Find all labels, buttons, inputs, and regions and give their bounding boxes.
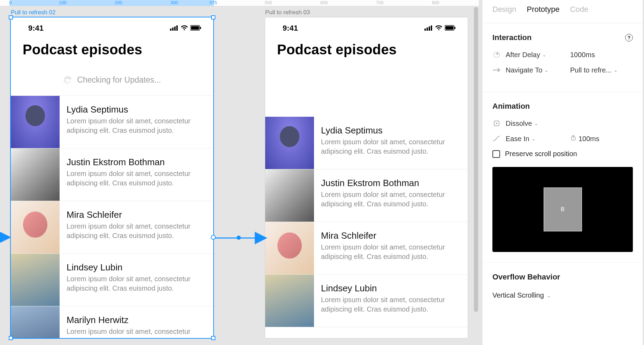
svg-rect-21 (429, 26, 430, 31)
tab-design[interactable]: Design (492, 5, 516, 14)
svg-line-12 (64, 81, 66, 82)
panel-tabs: Design Prototype Code (483, 0, 643, 23)
list-item[interactable]: Justin Ekstrom BothmanLorem ipsum dolor … (265, 169, 468, 222)
avatar (11, 201, 60, 253)
episode-description: Lorem ipsum dolor sit amet, consectetur … (67, 274, 206, 293)
action-value[interactable]: Pull to refre... (570, 66, 612, 74)
connection-midpoint-handle[interactable] (237, 236, 241, 240)
episode-author: Marilyn Herwitz (67, 315, 206, 325)
trigger-value[interactable]: 1000ms (570, 51, 633, 59)
list-item-text: Mira SchleiferLorem ipsum dolor sit amet… (314, 222, 467, 274)
refresh-status-text: Checking for Updates... (77, 75, 161, 85)
svg-rect-2 (174, 26, 176, 31)
episode-description: Lorem ipsum dolor sit amet, consectetur … (321, 137, 460, 156)
ruler-tick: 500 (264, 0, 272, 5)
list-item-text: Marilyn HerwitzLorem ipsum dolor sit ame… (60, 306, 213, 338)
checkbox-unchecked[interactable] (492, 150, 500, 158)
wifi-icon (181, 24, 188, 33)
trigger-row[interactable]: After Delay ⌄ 1000ms (492, 51, 633, 59)
interaction-section: Interaction ? After Delay ⌄ 1000ms Navig… (483, 23, 643, 92)
episode-author: Lydia Septimus (67, 104, 206, 115)
ease-curve-icon (492, 135, 501, 143)
frame-label[interactable]: Pull to refresh 02 (11, 9, 56, 16)
avatar (265, 222, 314, 274)
frame[interactable]: 9:41Podcast episodesLydia SeptimusLorem … (265, 17, 468, 338)
interaction-title: Interaction (492, 33, 531, 42)
list-item[interactable]: Mira SchleiferLorem ipsum dolor sit amet… (265, 222, 468, 275)
list-item[interactable]: Lydia SeptimusLorem ipsum dolor sit amet… (11, 96, 213, 148)
easing-label: Ease In (506, 135, 529, 143)
tab-prototype[interactable]: Prototype (527, 5, 559, 14)
frame-label[interactable]: Pull to refresh 03 (265, 9, 310, 16)
list-item[interactable]: Mira SchleiferLorem ipsum dolor sit amet… (11, 201, 213, 254)
avatar (265, 169, 314, 222)
episode-description: Lorem ipsum dolor sit amet, consectetur … (67, 169, 206, 188)
list-item-text: Justin Ekstrom BothmanLorem ipsum dolor … (314, 169, 467, 222)
action-row[interactable]: Navigate To ⌄ Pull to refre... ⌄ (492, 66, 633, 74)
list-item[interactable]: Lindsey LubinLorem ipsum dolor sit amet,… (265, 275, 468, 327)
overflow-section: Overflow Behavior Vertical Scrolling ⌄ (483, 262, 643, 310)
status-icons (424, 24, 456, 33)
avatar (11, 148, 60, 201)
overflow-value: Vertical Scrolling (492, 291, 544, 299)
ruler-tick: 700 (376, 0, 384, 5)
svg-line-14 (64, 78, 66, 79)
overflow-value-row[interactable]: Vertical Scrolling ⌄ (492, 291, 633, 299)
dissolve-icon (492, 119, 501, 128)
animation-type-row[interactable]: Dissolve ⌄ (492, 119, 633, 128)
refresh-status-row: Checking for Updates... (11, 64, 213, 96)
frame[interactable]: 9:41Podcast episodesChecking for Updates… (11, 17, 213, 338)
list-item[interactable]: Marilyn HerwitzLorem ipsum dolor sit ame… (11, 306, 213, 338)
ruler-tick: 200 (115, 0, 122, 5)
list-item-text: Lindsey LubinLorem ipsum dolor sit amet,… (314, 275, 467, 327)
avatar (265, 275, 314, 327)
selection-handle[interactable] (9, 336, 13, 340)
animation-title: Animation (492, 102, 530, 111)
selection-handle[interactable] (9, 15, 13, 20)
selection-handle[interactable] (211, 15, 215, 20)
ruler-tick: 300 (170, 0, 178, 5)
list-item-text: Lindsey LubinLorem ipsum dolor sit amet,… (60, 254, 213, 306)
list-item[interactable]: Justin Ekstrom BothmanLorem ipsum dolor … (11, 148, 213, 201)
connection-start-handle[interactable] (211, 235, 216, 240)
list-item[interactable]: Lydia SeptimusLorem ipsum dolor sit amet… (265, 117, 468, 169)
duration-value[interactable]: 100ms (578, 135, 599, 143)
list-item[interactable]: Lindsey LubinLorem ipsum dolor sit amet,… (11, 254, 213, 306)
episode-description: Lorem ipsum dolor sit amet, consectetur … (67, 222, 206, 240)
svg-line-18 (70, 78, 71, 79)
svg-rect-6 (200, 27, 201, 29)
chevron-down-icon: ⌄ (544, 67, 549, 73)
status-bar: 9:41 (11, 17, 213, 36)
ruler-selection (10, 0, 214, 6)
pull-gap (265, 64, 468, 117)
ruler-horizontal[interactable]: 0100200300575500600700800 (0, 0, 479, 6)
svg-rect-0 (170, 29, 171, 31)
list-item-text: Lydia SeptimusLorem ipsum dolor sit amet… (314, 117, 467, 169)
svg-rect-22 (431, 25, 432, 31)
page-title: Podcast episodes (11, 36, 213, 64)
battery-icon (190, 24, 201, 33)
episode-description: Lorem ipsum dolor sit amet, consectetur … (67, 116, 206, 135)
selection-handle[interactable] (211, 336, 215, 340)
overflow-title: Overflow Behavior (492, 273, 633, 282)
chevron-down-icon: ⌄ (534, 121, 538, 126)
avatar (11, 254, 60, 306)
episode-author: Mira Schleifer (321, 230, 460, 241)
canvas[interactable]: 0100200300575500600700800 Pull to refres… (0, 0, 479, 345)
help-icon[interactable]: ? (625, 34, 633, 41)
canvas-scrollbar[interactable] (474, 7, 478, 312)
animation-preview[interactable]: B (492, 167, 633, 252)
animation-section: Animation Dissolve ⌄ Ease In ⌄ 100ms Pre… (483, 92, 643, 262)
list-item-text: Lydia SeptimusLorem ipsum dolor sit amet… (60, 96, 213, 148)
episode-author: Mira Schleifer (67, 209, 206, 220)
tab-code[interactable]: Code (570, 5, 589, 14)
preserve-scroll-row[interactable]: Preserve scroll position (492, 150, 633, 158)
easing-row[interactable]: Ease In ⌄ 100ms (492, 135, 633, 143)
list-item-text: Justin Ekstrom BothmanLorem ipsum dolor … (60, 148, 213, 201)
preserve-scroll-label: Preserve scroll position (505, 150, 577, 158)
properties-panel: Design Prototype Code Interaction ? Afte… (482, 0, 643, 345)
svg-line-15 (66, 77, 67, 78)
episode-author: Lydia Septimus (321, 125, 460, 136)
clock-icon (492, 51, 501, 59)
spinner-icon (63, 76, 72, 85)
